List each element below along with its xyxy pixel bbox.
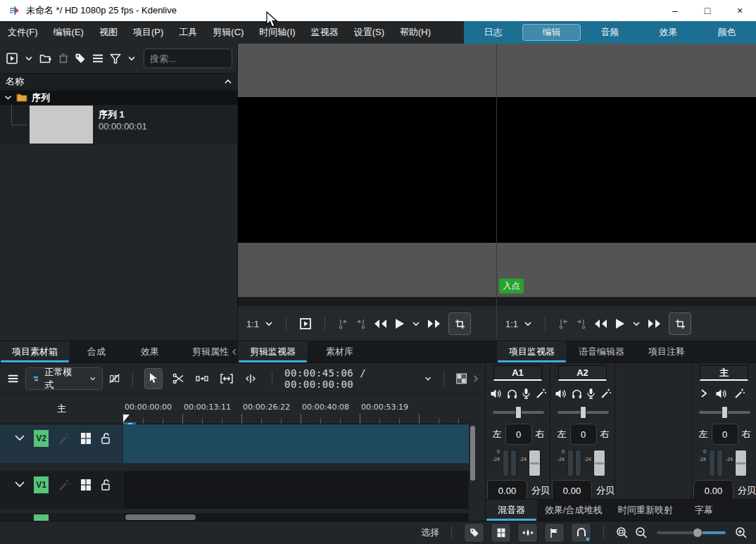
- gain-spinbox[interactable]: 0.00: [693, 480, 733, 501]
- bin-folder-row[interactable]: 序列: [0, 90, 238, 105]
- timeline-ruler[interactable]: 00:00:00:00 00:00:13:11 00:00:26:22 00:0…: [123, 394, 469, 424]
- balance-slider[interactable]: [699, 406, 750, 419]
- play-options-chevron-icon[interactable]: [632, 321, 641, 327]
- playhead[interactable]: [123, 415, 130, 422]
- edit-mode-select[interactable]: 正常模式: [25, 367, 103, 390]
- monitor-scale-select[interactable]: 1:1: [246, 319, 273, 329]
- clip-monitor-seekbar[interactable]: [238, 297, 496, 306]
- bin-clip-row[interactable]: 序列 1 00:00:00:01: [0, 105, 238, 144]
- maximize-button[interactable]: □: [691, 0, 724, 21]
- markers-toggle-button[interactable]: [544, 523, 565, 543]
- tab-clip-monitor[interactable]: 剪辑监视器: [238, 341, 308, 362]
- record-mic-icon[interactable]: [522, 388, 531, 399]
- play-options-chevron-icon[interactable]: [412, 321, 420, 327]
- timecode-display[interactable]: 00:00:45:06 / 00:00:00:00: [284, 367, 418, 390]
- tab-speech-editor[interactable]: 语音编辑器: [567, 341, 636, 362]
- timeline-vertical-scrollbar[interactable]: [470, 426, 475, 481]
- slider-knob[interactable]: [515, 406, 522, 419]
- track-thumbnails-film-icon[interactable]: [80, 479, 92, 491]
- menu-monitor[interactable]: 监视器: [303, 21, 346, 44]
- volume-fader[interactable]: [593, 450, 605, 476]
- monitor-overlay-button[interactable]: [299, 317, 312, 330]
- solo-headphone-icon[interactable]: [572, 388, 582, 399]
- track-effects-wand-icon[interactable]: [58, 479, 71, 491]
- menu-help[interactable]: 帮助(H): [392, 21, 439, 44]
- balance-spinbox[interactable]: 0: [570, 424, 597, 445]
- add-clip-chevron-icon[interactable]: [25, 56, 33, 61]
- play-button[interactable]: [615, 318, 625, 329]
- snap-toggle-button[interactable]: [571, 523, 591, 543]
- audio-thumbnails-toggle-button[interactable]: [517, 523, 538, 543]
- tab-library[interactable]: 素材库: [308, 341, 372, 362]
- effects-wand-icon[interactable]: [536, 388, 547, 399]
- tab-subtitles[interactable]: 字幕: [681, 500, 727, 521]
- create-folder-icon[interactable]: [39, 53, 52, 64]
- zoom-slider-knob[interactable]: [693, 528, 703, 538]
- play-button[interactable]: [394, 318, 405, 329]
- goto-in-icon[interactable]: [338, 319, 348, 329]
- workspace-tab-logging[interactable]: 日志: [464, 21, 522, 44]
- solo-headphone-icon[interactable]: [507, 388, 517, 399]
- tab-time-remap[interactable]: 时间重新映射: [610, 500, 681, 521]
- filter-icon[interactable]: [110, 53, 121, 64]
- track-v1-header[interactable]: V1: [0, 471, 122, 509]
- workspace-tab-editing[interactable]: 编辑: [522, 24, 581, 41]
- balance-spinbox[interactable]: 0: [505, 424, 532, 445]
- track-collapse-icon[interactable]: [14, 481, 25, 488]
- channel-name-tab[interactable]: A2: [558, 365, 607, 381]
- volume-fader[interactable]: [735, 450, 747, 476]
- balance-slider[interactable]: [557, 406, 609, 419]
- track-v1-body[interactable]: [123, 471, 469, 509]
- transparency-toggle-icon[interactable]: [456, 372, 467, 385]
- goto-out-icon[interactable]: [355, 319, 366, 329]
- track-partial-header[interactable]: [0, 513, 122, 521]
- workspace-tab-audio[interactable]: 音频: [581, 21, 639, 44]
- tab-effect-stack[interactable]: 效果/合成堆栈: [537, 500, 610, 521]
- zoom-out-button[interactable]: [635, 526, 648, 539]
- minimize-button[interactable]: –: [659, 0, 691, 21]
- collapse-header-icon[interactable]: [224, 79, 232, 84]
- rewind-button[interactable]: [373, 319, 387, 329]
- gain-spinbox[interactable]: 0.00: [487, 480, 527, 501]
- forward-button[interactable]: [427, 319, 441, 329]
- spacer-tool-button[interactable]: [194, 368, 212, 389]
- slider-knob[interactable]: [722, 406, 728, 419]
- lock-open-icon[interactable]: [101, 432, 111, 445]
- balance-spinbox[interactable]: 0: [712, 424, 738, 445]
- menu-tools[interactable]: 工具: [171, 21, 205, 44]
- volume-fader[interactable]: [529, 450, 541, 476]
- track-collapse-icon[interactable]: [14, 434, 25, 441]
- balance-slider[interactable]: [493, 406, 544, 419]
- search-input[interactable]: [144, 49, 232, 68]
- track-v2-header[interactable]: V2: [0, 424, 122, 463]
- goto-out-icon[interactable]: [576, 319, 586, 329]
- tag-filter-button[interactable]: [464, 523, 484, 543]
- tab-project-notes[interactable]: 项目注释: [636, 341, 697, 362]
- effects-wand-icon[interactable]: [734, 388, 745, 399]
- slip-tool-button[interactable]: [242, 368, 260, 389]
- slider-knob[interactable]: [580, 406, 586, 419]
- timecode-chevron-icon[interactable]: [424, 376, 431, 381]
- master-track-header[interactable]: 主: [0, 394, 123, 424]
- filter-chevron-icon[interactable]: [127, 56, 136, 61]
- menu-edit[interactable]: 编辑(E): [46, 21, 92, 44]
- delete-icon[interactable]: [58, 53, 68, 64]
- folder-expand-chevron-icon[interactable]: [4, 95, 12, 100]
- forward-button[interactable]: [648, 319, 662, 329]
- zone-button[interactable]: [448, 312, 471, 335]
- menu-settings[interactable]: 设置(S): [346, 21, 392, 44]
- tab-compositions[interactable]: 合成: [70, 341, 123, 362]
- effects-wand-icon[interactable]: [600, 388, 612, 399]
- bin-name-column-header[interactable]: 名称: [0, 73, 238, 89]
- tab-mixer[interactable]: 混音器: [486, 500, 537, 521]
- rewind-button[interactable]: [593, 319, 607, 329]
- channel-name-tab[interactable]: 主: [700, 365, 748, 381]
- record-mic-icon[interactable]: [586, 388, 596, 399]
- razor-tool-button[interactable]: [169, 368, 187, 389]
- workspace-tab-effects[interactable]: 效果: [639, 21, 698, 44]
- mixed-audio-video-icon[interactable]: [109, 372, 120, 385]
- track-label[interactable]: V2: [34, 430, 49, 447]
- add-clip-icon[interactable]: [6, 52, 18, 65]
- channel-name-tab[interactable]: A1: [493, 365, 542, 381]
- close-button[interactable]: ×: [724, 0, 756, 21]
